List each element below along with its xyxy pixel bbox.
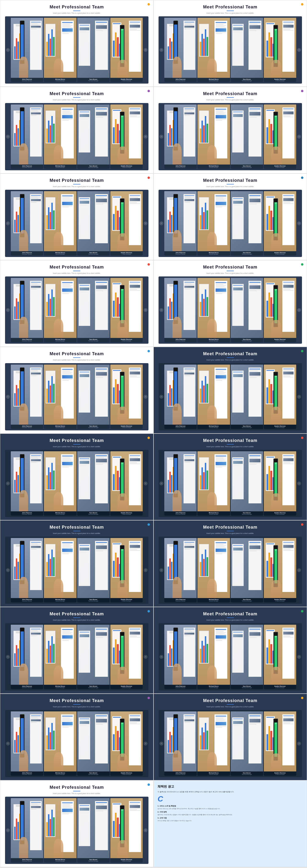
member-card-16-0: John Paterson Executive Director	[164, 625, 197, 689]
member-nametag-6-0: John Paterson Executive Director	[164, 251, 197, 255]
member-role-3-3: S Web Developer	[111, 167, 142, 168]
member-card-7-2: Sara Brown Technical Manager	[77, 278, 110, 342]
member-nametag-10-3: Natalie Sherman S Web Developer	[264, 425, 296, 429]
title-underline-2	[227, 10, 234, 11]
member-card-19-0: John Paterson Executive Director	[11, 798, 43, 863]
nav-next-8[interactable]: ›	[297, 308, 301, 312]
member-photo-10-3: Natalie Sherman S Web Developer	[264, 365, 296, 429]
member-photo-10-2: Sara Brown Technical Manager	[231, 365, 263, 429]
title-underline-14	[227, 531, 234, 531]
nav-next-10[interactable]: ›	[297, 395, 301, 399]
member-card-18-3: Natalie Sherman S Web Developer	[264, 711, 296, 776]
member-nametag-5-3: Natalie Sherman C Web Developer	[110, 251, 143, 255]
photo-strip-17: John Paterson Executive Director	[5, 710, 148, 777]
member-role-10-3: S Web Developer	[265, 427, 295, 428]
member-nametag-2-2: Sara Brown Technical Manager	[231, 78, 263, 82]
nav-next-18[interactable]: ›	[297, 742, 301, 745]
member-photo-19-3: Natalie Sherman S Web Developer	[110, 798, 143, 863]
nav-next-15[interactable]: ›	[144, 655, 147, 659]
member-photo-6-3: Natalie Sherman S Web Developer	[264, 191, 296, 255]
member-nametag-8-0: John Paterson Executive Director	[164, 338, 197, 342]
nav-next-9[interactable]: ›	[144, 395, 147, 399]
slide-title-19: Meet Professional Team	[5, 785, 148, 790]
slide-9: Meet Professional Team Insert your subti…	[0, 347, 154, 434]
member-card-16-3: Natalie Sherman S Web Developer	[264, 625, 296, 689]
ad-section-title-1: 2. 가격 정책	[158, 811, 303, 813]
color-dot-9	[147, 350, 150, 352]
member-photo-15-2: Sara Brown Technical Manager	[77, 625, 110, 689]
nav-prev-17[interactable]: ‹	[6, 742, 10, 745]
nav-prev-4[interactable]: ‹	[160, 135, 163, 138]
nav-next-17[interactable]: ›	[144, 742, 147, 745]
member-nametag-18-1: Michael Bruce General Manager	[197, 771, 230, 776]
team-area-13: ‹ ›	[5, 536, 148, 604]
nav-next-16[interactable]: ›	[297, 655, 301, 659]
nav-next-12[interactable]: ›	[297, 482, 301, 486]
nav-prev-8[interactable]: ‹	[160, 308, 163, 312]
member-card-15-1: Michael Bruce General Manager	[44, 625, 76, 689]
member-card-15-3: Natalie Sherman S Web Developer	[110, 625, 143, 689]
member-role-18-0: Executive Director	[165, 774, 196, 775]
member-card-19-3: Natalie Sherman S Web Developer	[110, 798, 143, 863]
slide-subtitle-10: Insert your subtitle here. This is a goo…	[159, 359, 302, 361]
member-nametag-14-2: Sara Brown Technical Manager	[231, 598, 263, 602]
member-role-11-0: Executive Director	[12, 514, 42, 515]
member-role-14-2: Technical Manager	[232, 600, 262, 602]
member-role-7-1: General Manager	[45, 340, 75, 342]
nav-next-1[interactable]: ›	[144, 48, 147, 52]
nav-prev-9[interactable]: ‹	[6, 395, 10, 399]
member-card-2-3: Natalie Sherman S Web Developer	[264, 18, 296, 82]
slide-header-4: Meet Professional Team Insert your subti…	[159, 91, 302, 101]
nav-next-4[interactable]: ›	[297, 135, 301, 138]
nav-prev-3[interactable]: ‹	[6, 135, 10, 138]
nav-prev-11[interactable]: ‹	[6, 482, 10, 486]
nav-prev-19[interactable]: ‹	[6, 828, 10, 832]
member-photo-13-1: Michael Bruce General Manager	[44, 538, 76, 602]
member-nametag-9-0: John Paterson Executive Director	[11, 425, 43, 429]
team-area-6: ‹ ›	[159, 190, 302, 257]
ad-section-2: 3. 고객 지원 24시간 365일 전문 고객 지원팀이 대기하고 있습니다.	[158, 817, 303, 822]
member-role-15-2: Technical Manager	[78, 687, 109, 688]
nav-next-11[interactable]: ›	[144, 482, 147, 486]
nav-prev-15[interactable]: ‹	[6, 655, 10, 659]
nav-next-3[interactable]: ›	[144, 135, 147, 138]
member-nametag-6-2: Sara Brown Technical Manager	[231, 251, 263, 255]
nav-prev-13[interactable]: ‹	[6, 568, 10, 572]
nav-prev-14[interactable]: ‹	[160, 568, 163, 572]
nav-next-5[interactable]: ›	[144, 221, 147, 225]
nav-prev-16[interactable]: ‹	[160, 655, 163, 659]
member-role-4-2: Technical Manager	[232, 167, 262, 168]
slide-title-12: Meet Professional Team	[159, 438, 302, 443]
nav-prev-1[interactable]: ‹	[6, 48, 10, 52]
nav-next-13[interactable]: ›	[144, 568, 147, 572]
member-photo-16-1: Michael Bruce General Manager	[197, 625, 230, 689]
nav-prev-12[interactable]: ‹	[160, 482, 163, 486]
member-photo-14-1: Michael Bruce General Manager	[197, 538, 230, 602]
member-role-17-1: General Manager	[45, 774, 75, 775]
member-photo-7-2: Sara Brown Technical Manager	[77, 278, 110, 342]
member-card-13-1: Michael Bruce General Manager	[44, 538, 76, 602]
member-photo-16-0: John Paterson Executive Director	[164, 625, 197, 689]
nav-prev-5[interactable]: ‹	[6, 221, 10, 225]
member-card-14-1: Michael Bruce General Manager	[197, 538, 230, 602]
nav-prev-7[interactable]: ‹	[6, 308, 10, 312]
member-photo-17-2: Sara Brown Technical Manager	[77, 711, 110, 776]
member-card-12-1: Michael Bruce General Manager	[197, 451, 230, 516]
member-photo-7-3: Natalie Sherman S Web Developer	[110, 278, 143, 342]
nav-next-6[interactable]: ›	[297, 221, 301, 225]
nav-prev-6[interactable]: ‹	[160, 221, 163, 225]
nav-next-7[interactable]: ›	[144, 308, 147, 312]
member-photo-9-3: Natalie Sherman S Web Developer	[110, 365, 143, 429]
nav-prev-2[interactable]: ‹	[160, 48, 163, 52]
nav-prev-10[interactable]: ‹	[160, 395, 163, 399]
color-dot-11	[147, 437, 150, 439]
ad-section-body-2: 24시간 365일 전문 고객 지원팀이 대기하고 있습니다.	[158, 820, 303, 822]
nav-prev-18[interactable]: ‹	[160, 742, 163, 745]
member-card-13-2: Sara Brown Technical Manager	[77, 538, 110, 602]
title-underline-19	[73, 791, 80, 792]
nav-next-14[interactable]: ›	[297, 568, 301, 572]
slide-header-2: Meet Professional Team Insert your subti…	[159, 5, 302, 14]
member-role-12-0: Executive Director	[165, 514, 196, 515]
nav-next-19[interactable]: ›	[144, 828, 147, 832]
nav-next-2[interactable]: ›	[297, 48, 301, 52]
